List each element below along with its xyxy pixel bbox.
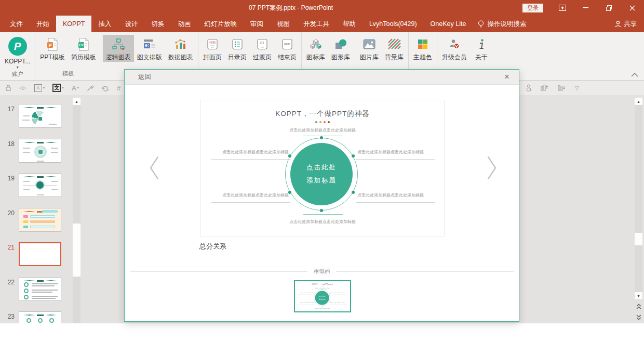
main-scrollbar-track[interactable] [635,98,642,300]
thumb-title-decoration [23,107,57,109]
panel-scrollbar-thumb[interactable] [73,224,81,277]
template-name-caption: 总分关系 [199,242,226,251]
restore-button[interactable] [597,0,621,16]
upgrade-member-button[interactable]: 升级会员 [439,35,470,62]
main-scroll-down-button[interactable]: ▼ [635,292,642,299]
preview-slide-title: KOPPT，一个做PPT的神器 [201,109,444,119]
slide-thumbnail-20[interactable] [19,208,61,232]
resume-template-button[interactable]: CV 简历模板 [68,35,99,62]
chevron-down-icon: ▾ [43,86,45,90]
swap-icon[interactable]: ◁▷ [19,85,26,90]
tab-developer[interactable]: 开发工具 [297,16,336,32]
tab-animations[interactable]: 动画 [171,16,197,32]
slide-number: 19 [2,175,15,182]
similar-thumbnail-preview: KOPPT，一个做PPT的神器 点击此处添加标题点击此处添加标题 点击此处 添加… [295,281,350,312]
rotate-icon[interactable] [101,85,109,91]
tab-home[interactable]: 开始 [30,16,56,32]
close-button[interactable] [621,0,644,16]
powerpoint-window: 07 PPT案例.pptx - PowerPoint 登录 文件 开始 KOPP… [0,0,644,354]
tell-me-search[interactable]: 操作说明搜索 [473,16,531,32]
ppt-template-button[interactable]: P PPT模板 [37,35,68,62]
placeholder-label-upper-left: 点击此处添加标题点击此处添加标题 [215,149,289,155]
main-scrollbar-thumb[interactable] [635,233,642,245]
text-box-style-button[interactable]: A▾ [34,84,45,92]
theme-color-button[interactable]: 主题色 [410,35,435,62]
panel-scrollbar-track[interactable] [73,98,81,323]
icon-library-button[interactable]: 图标库 [303,35,328,62]
previous-slide-button[interactable] [636,303,642,310]
lock-icon[interactable] [5,84,11,91]
tab-review[interactable]: 审阅 [244,16,270,32]
cjk-font-button[interactable]: 文▾ [52,84,64,92]
minimize-button[interactable] [574,0,597,16]
chevron-down-icon: ▾ [77,86,79,90]
tab-help[interactable]: 帮助 [336,16,363,32]
next-slide-button[interactable] [636,313,642,321]
similar-thumbnail[interactable]: KOPPT，一个做PPT的神器 点击此处添加标题点击此处添加标题 点击此处 添加… [294,280,351,312]
next-template-arrow[interactable] [484,154,500,182]
tab-onekey-lite[interactable]: OneKey Lite [424,16,473,32]
tab-koppt[interactable]: KOPPT [56,16,91,32]
image-library-button[interactable]: 图片库 [357,35,382,62]
cover-page-button[interactable]: 封面 封面页 [200,35,225,62]
data-chart-button[interactable]: 数据图表 [165,35,196,62]
shapes-icon [334,36,347,52]
person-tool-icon[interactable] [526,84,532,91]
svg-text:CV: CV [79,43,84,47]
chart-import-icon[interactable] [558,84,566,91]
similar-label: 相似的 [314,268,330,275]
koppt-menu-button[interactable]: P KOPPT... ▾ [2,35,33,70]
search-label: 操作说明搜索 [487,20,526,29]
tab-design[interactable]: 设计 [118,16,144,32]
logic-chart-icon [112,36,125,52]
collapse-ribbon-button[interactable] [630,72,639,78]
slide-thumbnail-19[interactable] [19,173,61,197]
toc-page-icon [232,36,243,52]
tab-lvyhtools[interactable]: LvyhTools(0429) [363,16,424,32]
end-page-icon: END [281,36,293,52]
tab-file[interactable]: 文件 [3,16,30,32]
dropdown-icon[interactable]: ▽ [575,85,579,91]
cubes-icon [309,36,323,52]
transition-page-button[interactable]: 01 过渡页 [250,35,275,62]
slide-thumbnail-18[interactable] [19,139,61,163]
tab-transitions[interactable]: 切换 [144,16,171,32]
font-style-button[interactable]: A▾ [72,84,79,92]
placeholder-label-lower-right: 点击此处添加标题点击此处添加标题 [357,192,431,198]
slide-thumbnail-22[interactable] [19,277,61,301]
ppt-template-icon: P [46,36,59,52]
end-page-button[interactable]: END 结束页 [275,35,300,62]
slide-number: 18 [2,140,15,148]
tab-slideshow[interactable]: 幻灯片放映 [197,16,244,32]
svg-text:P: P [49,42,52,47]
preview-card[interactable]: KOPPT，一个做PPT的神器 点击此处添加标题点击此处添加标题 点击此处 添加… [200,100,445,237]
color-grid-icon [417,36,428,52]
pic-text-layout-button[interactable]: 图文排版 [134,35,165,62]
slide-thumbnail-21-selected[interactable] [19,242,61,266]
panel-scroll-up-button[interactable]: ▲ [73,98,81,105]
slide-thumbnail-17[interactable] [19,104,61,128]
login-button[interactable]: 登录 [522,4,543,12]
pic-text-layout-icon [143,36,156,52]
background-library-button[interactable]: 背景库 [382,35,407,62]
previous-template-arrow[interactable] [146,154,162,182]
tab-insert[interactable]: 插入 [91,16,118,32]
ribbon-group-account: P KOPPT... ▾ 账户 [0,32,35,80]
dialog-close-button[interactable]: × [501,70,513,85]
shape-library-button[interactable]: 图形库 [328,35,353,62]
share-button[interactable]: 共享 [615,16,637,32]
ribbon-display-options-button[interactable] [551,0,574,16]
cover-page-icon: 封面 [207,36,218,52]
tab-view[interactable]: 视图 [270,16,297,32]
hash-icon[interactable]: # [117,84,120,92]
back-button[interactable]: 返回 [138,70,151,85]
chart-export-icon[interactable] [541,84,549,91]
placeholder-label-upper-right: 点击此处添加标题点击此处添加标题 [357,149,431,155]
toc-page-button[interactable]: 目录页 [225,35,250,62]
logic-chart-button[interactable]: 逻辑图表 [103,35,134,62]
about-button[interactable]: 关于 [470,35,493,62]
placeholder-label-lower-left: 点击此处添加标题点击此处添加标题 [215,192,289,198]
eyedropper-icon[interactable] [87,85,93,91]
main-scroll-up-button[interactable]: ▲ [635,98,642,105]
boxed-a-icon: A [34,84,42,92]
